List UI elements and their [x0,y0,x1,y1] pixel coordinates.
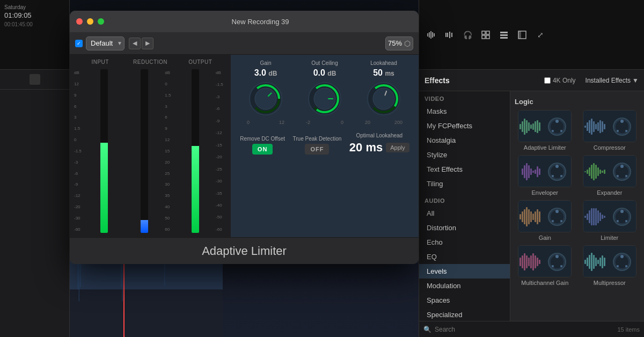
effects-4k-filter: 4K Only [544,77,576,84]
scale-label: -12 [74,193,84,198]
category-modulation[interactable]: Modulation [419,279,510,293]
svg-rect-170 [539,260,540,264]
waveform-view-icon[interactable] [423,27,438,42]
scale-label: 9 [165,126,174,131]
meters-section: INPUT REDUCTION OUTPUT dB 12 9 6 3 1.5 0… [70,55,231,237]
scale-label: 12 [165,137,174,142]
svg-rect-101 [528,165,530,178]
scale-label: 15 [165,149,174,153]
plugin-body: INPUT REDUCTION OUTPUT dB 12 9 6 3 1.5 0… [70,55,419,237]
grid-view-icon[interactable] [478,27,493,42]
effect-thumb-expander [583,155,636,187]
category-eq[interactable]: EQ [419,250,510,264]
svg-point-94 [625,130,627,132]
category-tiling[interactable]: Tiling [419,177,510,191]
effect-gain[interactable]: Gain [515,200,575,241]
effect-multipressor[interactable]: Multipressor [580,245,640,286]
scale-label: -20 [216,155,226,159]
category-myfcpeffects[interactable]: My FCPeffects [419,119,510,133]
scale-left: dB 12 9 6 3 1.5 0 -1.5 -3 -6 -9 -12 -20 … [74,69,84,233]
category-stylize[interactable]: Stylize [419,148,510,162]
scale-label: dB [216,70,226,75]
maximize-button[interactable] [98,18,104,25]
svg-rect-161 [519,258,521,266]
scale-right: dB -1.5 -3 -6 -9 -12 -15 -20 -25 -30 -35… [216,69,226,233]
svg-rect-105 [537,166,538,177]
svg-rect-119 [597,167,599,176]
right-toolbar-top: 🎧 ⤢ [419,0,644,69]
headphones-icon[interactable]: 🎧 [460,27,475,42]
category-text-effects[interactable]: Text Effects [419,162,510,177]
svg-rect-166 [530,255,532,268]
reduction-label: REDUCTION [125,59,175,65]
gain-knob[interactable] [247,80,284,118]
svg-point-142 [560,220,562,222]
minimize-button[interactable] [87,18,93,25]
category-list: VIDEO Masks My FCPeffects Nostalgia Styl… [419,91,510,321]
effect-expander[interactable]: Expander [580,155,640,196]
scale-label: 20 [165,160,174,165]
effect-adaptive-limiter[interactable]: Adaptive Limiter [515,110,575,151]
svg-point-93 [620,120,624,123]
svg-rect-180 [591,253,592,271]
audio-header: AUDIO [419,195,510,206]
channel-view-icon[interactable] [442,27,457,42]
effect-multichannel-gain[interactable]: Multichannel Gain [515,245,575,286]
out-ceiling-knob[interactable] [306,80,343,118]
prev-preset-button[interactable]: ◀ [129,38,141,49]
scale-label: -3 [74,160,84,165]
effect-limiter[interactable]: Limiter [580,200,640,241]
preset-wrapper: Default ▼ [86,36,125,50]
effect-name-limiter: Limiter [601,235,618,241]
svg-rect-129 [519,214,521,219]
category-distortion[interactable]: Distortion [419,221,510,235]
sidebar-icon[interactable] [515,27,530,42]
scale-label: 40 [165,204,174,209]
svg-rect-163 [524,253,525,270]
category-all[interactable]: All [419,206,510,221]
gain-value-display: 3.0 dB [254,68,277,78]
video-section: VIDEO Masks My FCPeffects Nostalgia Styl… [419,91,510,193]
expand-icon[interactable]: ⤢ [533,27,548,42]
optimal-label: Optimal Lookahead [356,133,402,138]
svg-rect-82 [587,122,588,131]
apply-button[interactable]: Apply [386,143,409,152]
svg-rect-168 [535,255,536,268]
scale-label: -9 [216,119,226,123]
category-specialized[interactable]: Specialized [419,307,510,321]
svg-rect-148 [591,208,592,225]
input-meter-bar [100,69,108,233]
next-preset-button[interactable]: ▶ [142,38,153,49]
effect-compressor[interactable]: Compressor [580,110,640,151]
svg-rect-147 [589,210,590,223]
scale-label: -30 [216,179,226,184]
svg-point-191 [617,265,619,267]
effect-enveloper[interactable]: Enveloper [515,155,575,196]
reduction-meter [125,69,164,233]
svg-point-44 [373,88,394,109]
list-view-icon[interactable] [496,27,511,42]
svg-rect-57 [482,35,485,39]
time-code2: 00:01:45:00 [4,21,33,27]
zoom-stepper-icon[interactable]: ⬡ [404,39,411,48]
close-button[interactable] [76,18,83,25]
scale-label: -50 [216,215,226,219]
preset-checkbox[interactable]: ✓ [75,40,83,47]
category-spaces[interactable]: Spaces [419,293,510,307]
scale-label: -6 [216,106,226,111]
search-input[interactable] [435,326,614,333]
svg-rect-103 [532,171,534,173]
category-nostalgia[interactable]: Nostalgia [419,133,510,148]
true-peak-toggle[interactable]: OFF [305,144,329,155]
category-echo[interactable]: Echo [419,235,510,250]
dc-offset-toggle[interactable]: ON [252,144,273,155]
4k-checkbox[interactable] [544,77,551,84]
category-masks[interactable]: Masks [419,104,510,119]
category-levels[interactable]: Levels [419,264,510,279]
scale-label: -9 [74,182,84,187]
gain-knob-group: Gain 3.0 dB 0 12 [247,60,284,125]
installed-chevron-icon[interactable]: ▼ [632,77,639,84]
preset-select[interactable]: Default [86,36,125,50]
lookahead-knob[interactable] [365,80,402,118]
svg-rect-122 [604,170,605,174]
